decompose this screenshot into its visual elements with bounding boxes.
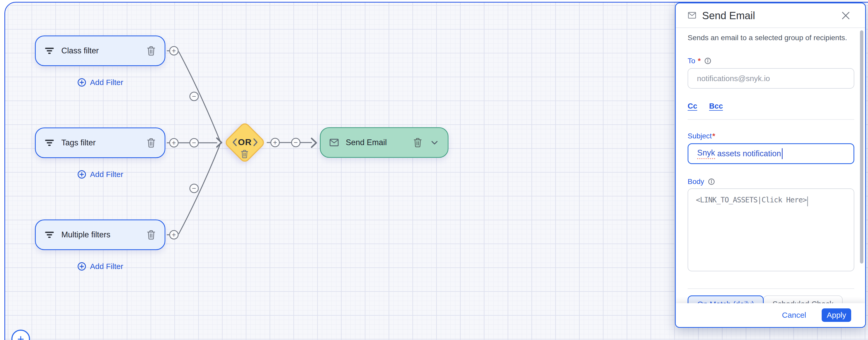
- filter-icon: [44, 230, 54, 240]
- connector-add-button[interactable]: +: [169, 230, 179, 239]
- required-mark: *: [712, 132, 715, 140]
- subject-input[interactable]: Snyk assets notification: [688, 143, 854, 164]
- subject-field-label: Subject *: [688, 132, 715, 140]
- connector-add-button[interactable]: +: [169, 46, 179, 55]
- body-textarea[interactable]: <LINK_TO_ASSETS|Click Here>: [688, 189, 854, 271]
- trash-icon[interactable]: [147, 230, 156, 240]
- node-class-filter[interactable]: Class filter: [35, 35, 165, 66]
- body-label-text: Body: [688, 177, 704, 186]
- subject-label-text: Subject: [688, 132, 712, 140]
- node-label: Tags filter: [61, 138, 147, 147]
- panel-scrollbar[interactable]: [860, 30, 863, 263]
- apply-button[interactable]: Apply: [822, 308, 851, 322]
- plus-circle-icon: [77, 170, 87, 179]
- cancel-button[interactable]: Cancel: [782, 311, 806, 319]
- to-label-text: To: [688, 57, 695, 65]
- envelope-icon: [688, 12, 696, 19]
- cc-bcc-row: Cc Bcc: [688, 102, 723, 110]
- section-divider: [688, 119, 854, 120]
- panel-description: Sends an email to a selected group of re…: [688, 33, 847, 42]
- add-filter-label: Add Filter: [90, 262, 123, 271]
- plus-glyph: +: [273, 139, 277, 146]
- node-label: Class filter: [61, 46, 147, 55]
- bcc-link[interactable]: Bcc: [709, 102, 723, 110]
- add-filter-label: Add Filter: [90, 170, 123, 179]
- subject-value-word: Snyk: [697, 148, 715, 159]
- add-filter-button[interactable]: Add Filter: [35, 260, 165, 273]
- plus-circle-icon: [77, 78, 87, 87]
- send-email-config-panel: Send Email Sends an email to a selected …: [675, 3, 866, 328]
- minus-glyph: −: [294, 139, 298, 146]
- envelope-icon: [330, 139, 339, 146]
- cc-link[interactable]: Cc: [688, 102, 697, 110]
- section-divider: [688, 288, 854, 289]
- add-filter-button[interactable]: Add Filter: [35, 76, 165, 89]
- filter-icon: [44, 46, 54, 56]
- node-multiple-filters[interactable]: Multiple filters: [35, 220, 165, 250]
- close-icon[interactable]: [841, 11, 851, 21]
- to-field-label: To *: [688, 57, 711, 65]
- minus-glyph: −: [192, 139, 196, 146]
- panel-footer: Cancel Apply: [676, 303, 865, 327]
- to-input[interactable]: notifications@snyk.io: [688, 68, 854, 89]
- body-value: <LINK_TO_ASSETS|Click Here>: [696, 196, 807, 204]
- connector-remove-button[interactable]: −: [189, 92, 199, 101]
- trash-icon[interactable]: [147, 46, 156, 56]
- panel-title: Send Email: [702, 10, 755, 22]
- node-label: Multiple filters: [61, 230, 147, 239]
- node-tags-filter[interactable]: Tags filter: [35, 128, 165, 158]
- or-gate-content: OR: [224, 121, 266, 164]
- info-icon[interactable]: [708, 178, 715, 185]
- text-caret: [782, 148, 783, 159]
- filter-icon: [44, 138, 54, 148]
- minus-glyph: −: [192, 185, 196, 192]
- info-icon[interactable]: [704, 57, 711, 64]
- required-mark: *: [698, 57, 701, 65]
- minus-glyph: −: [192, 93, 196, 100]
- chevron-right-icon[interactable]: [252, 138, 259, 147]
- trash-icon[interactable]: [147, 138, 156, 148]
- add-filter-label: Add Filter: [90, 78, 123, 87]
- plus-glyph: +: [172, 231, 176, 238]
- node-label: Send Email: [346, 138, 413, 147]
- trash-icon[interactable]: [241, 149, 249, 159]
- connector-remove-button[interactable]: −: [291, 138, 301, 147]
- connector-add-button[interactable]: +: [271, 138, 280, 147]
- panel-header: Send Email: [676, 3, 865, 27]
- to-placeholder: notifications@snyk.io: [697, 74, 770, 83]
- plus-glyph: +: [17, 332, 24, 340]
- connector-remove-button[interactable]: −: [189, 184, 199, 193]
- plus-circle-icon: [77, 262, 87, 271]
- plus-glyph: +: [172, 139, 176, 146]
- connector-remove-button[interactable]: −: [189, 138, 199, 147]
- subject-value-rest: assets notification: [715, 149, 781, 158]
- add-filter-button[interactable]: Add Filter: [35, 168, 165, 181]
- plus-glyph: +: [172, 48, 176, 54]
- body-field-label: Body: [688, 177, 715, 186]
- header-divider: [676, 27, 865, 28]
- trash-icon[interactable]: [413, 137, 422, 148]
- node-send-email[interactable]: Send Email: [320, 127, 448, 158]
- text-caret: [807, 196, 808, 206]
- connector-add-button[interactable]: +: [169, 138, 179, 147]
- chevron-down-icon[interactable]: [430, 138, 439, 147]
